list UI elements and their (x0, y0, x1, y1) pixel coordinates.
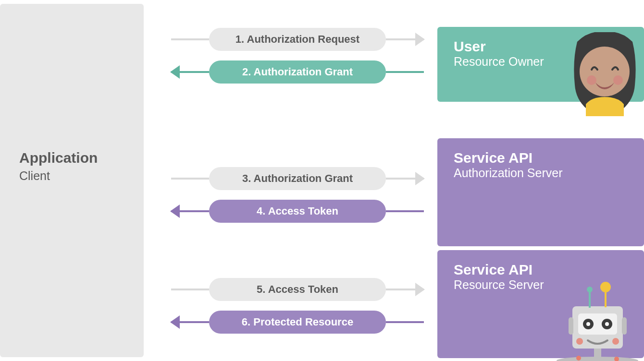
entity-resource-server: Service API Resource Server (437, 250, 644, 358)
flow-arrow-5: 5. Access Token (171, 278, 424, 301)
entity-res-title: Service API (454, 262, 628, 278)
application-subtitle: Client (19, 169, 50, 183)
flow-arrow-4: 4. Access Token (171, 200, 424, 223)
svg-point-12 (605, 322, 609, 326)
application-title: Application (19, 150, 98, 166)
arrow-head (386, 289, 424, 290)
flow-label: 1. Authorization Request (209, 28, 386, 51)
svg-point-20 (600, 282, 611, 292)
robot-avatar-icon (548, 280, 644, 361)
svg-point-1 (587, 75, 596, 85)
svg-point-14 (612, 338, 619, 345)
entity-auth-subtitle: Authorization Server (454, 166, 628, 180)
svg-point-18 (587, 287, 593, 292)
svg-point-15 (576, 356, 581, 361)
user-avatar-icon (563, 32, 644, 116)
arrow-head (171, 321, 209, 323)
entity-auth-server: Service API Authorization Server (437, 138, 644, 246)
svg-point-10 (586, 322, 590, 326)
flow-arrow-3: 3. Authorization Grant (171, 167, 424, 190)
flow-label: 6. Protected Resource (209, 311, 386, 334)
flow-arrow-1: 1. Authorization Request (171, 28, 424, 51)
flow-label: 3. Authorization Grant (209, 167, 386, 190)
flow-label: 5. Access Token (209, 278, 386, 301)
arrow-head (386, 38, 424, 40)
svg-rect-7 (622, 317, 627, 335)
arrow-head (386, 178, 424, 180)
arrow-tail (386, 210, 424, 212)
svg-point-13 (576, 338, 583, 345)
flow-arrow-6: 6. Protected Resource (171, 311, 424, 334)
application-box: Application Client (0, 4, 144, 357)
flow-label: 2. Authorization Grant (209, 60, 386, 84)
entity-user: User Resource Owner (437, 27, 644, 102)
arrow-tail (171, 289, 209, 290)
arrow-head (171, 210, 209, 212)
arrow-head (171, 71, 209, 73)
arrow-tail (386, 321, 424, 323)
flow-arrow-2: 2. Authorization Grant (171, 60, 424, 84)
arrow-tail (386, 71, 424, 73)
arrow-tail (171, 178, 209, 180)
svg-rect-6 (569, 317, 573, 335)
svg-point-2 (613, 75, 623, 85)
entity-auth-title: Service API (454, 150, 628, 166)
arrow-tail (171, 38, 209, 40)
flow-label: 4. Access Token (209, 200, 386, 223)
